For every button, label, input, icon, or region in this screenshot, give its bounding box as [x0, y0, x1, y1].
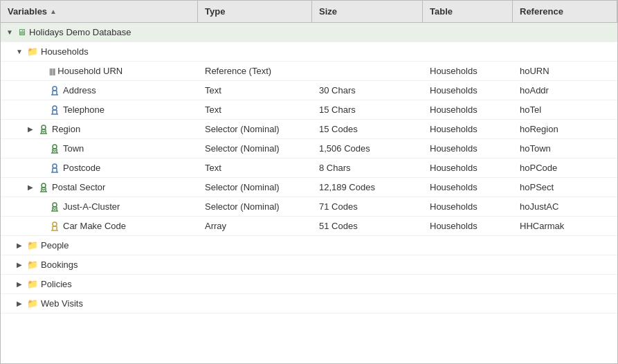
var-toggle[interactable]: ▶ — [26, 183, 35, 192]
var-reference: hoRegion — [513, 121, 617, 137]
group-people-row[interactable]: ▶ 📁 People — [1, 236, 617, 255]
webvisits-label: Web Visits — [41, 298, 83, 309]
var-table: Households — [423, 121, 513, 137]
var-size: 12,189 Codes — [312, 179, 423, 195]
header-table: Table — [423, 1, 513, 22]
var-table: Households — [423, 102, 513, 118]
group-bookings-row[interactable]: ▶ 📁 Bookings — [1, 255, 617, 275]
selector-icon — [38, 124, 49, 135]
svg-point-6 — [53, 106, 57, 110]
group-policies-row[interactable]: ▶ 📁 Policies — [1, 275, 617, 294]
households-toggle[interactable]: ▼ — [15, 47, 24, 57]
db-table — [423, 30, 513, 35]
variable-row[interactable]: ▶ Region Selector (Nominal) 15 Codes Hou… — [1, 120, 617, 139]
group-households[interactable]: ▼ 📁 Households — [1, 44, 198, 60]
header-size: Size — [312, 1, 423, 22]
sort-icon[interactable]: ▲ — [50, 8, 57, 15]
var-label: Town — [63, 143, 84, 154]
group-policies[interactable]: ▶ 📁 Policies — [1, 276, 198, 292]
variable-row[interactable]: Car Make Code Array 51 Codes Households … — [1, 217, 617, 236]
array-icon — [49, 221, 60, 232]
var-name-cell[interactable]: Just-A-Cluster — [1, 199, 198, 215]
variable-row[interactable]: Address Text 30 Chars Households hoAddr — [1, 81, 617, 100]
var-type: Selector (Nominal) — [198, 121, 312, 137]
var-reference: hoTown — [513, 140, 617, 156]
db-reference — [513, 30, 617, 35]
var-name-cell[interactable]: Postcode — [1, 160, 198, 176]
people-toggle[interactable]: ▶ — [15, 241, 24, 251]
var-table: Households — [423, 82, 513, 98]
var-table: Households — [423, 179, 513, 195]
header-reference: Reference — [513, 1, 617, 22]
var-type: Text — [198, 160, 312, 176]
var-name-cell[interactable]: ▶ Region — [1, 121, 198, 138]
group-webvisits-row[interactable]: ▶ 📁 Web Visits — [1, 294, 617, 313]
var-size: 15 Chars — [312, 102, 423, 118]
db-node[interactable]: ▼ 🖥 Holidays Demo Database — [1, 24, 198, 40]
db-label: Holidays Demo Database — [29, 27, 131, 37]
var-toggle[interactable]: ▶ — [26, 125, 35, 134]
svg-point-42 — [53, 222, 57, 226]
var-label: Household URN — [57, 66, 122, 76]
variable-row[interactable]: Telephone Text 15 Chars Households hoTel — [1, 100, 617, 120]
var-size: 8 Chars — [312, 160, 423, 176]
variable-row[interactable]: Postcode Text 8 Chars Households hoPCode — [1, 158, 617, 178]
var-name-cell[interactable]: Telephone — [1, 102, 198, 118]
var-size: 15 Codes — [312, 121, 423, 137]
variable-row[interactable]: Just-A-Cluster Selector (Nominal) 71 Cod… — [1, 197, 617, 217]
policies-toggle[interactable]: ▶ — [15, 280, 24, 289]
var-name-cell[interactable]: Address — [1, 82, 198, 99]
tree-body: ▼ 🖥 Holidays Demo Database ▼ 📁 Household… — [1, 23, 617, 363]
text-icon — [49, 104, 60, 116]
variable-row[interactable]: ▶ Postal Sector Selector (Nominal) 12,18… — [1, 178, 617, 197]
var-reference: hoAddr — [513, 82, 617, 98]
var-name-cell[interactable]: Car Make Code — [1, 218, 198, 235]
folder-icon: 📁 — [27, 260, 38, 270]
folder-icon: 📁 — [27, 240, 38, 251]
var-size: 51 Codes — [312, 218, 423, 234]
households-label: Households — [41, 46, 89, 57]
database-icon: 🖥 — [17, 27, 26, 37]
variable-row[interactable]: Town Selector (Nominal) 1,506 Codes Hous… — [1, 139, 617, 158]
var-label: Postcode — [63, 163, 100, 173]
group-bookings[interactable]: ▶ 📁 Bookings — [1, 257, 198, 273]
var-size — [312, 69, 423, 74]
var-table: Households — [423, 160, 513, 176]
policies-label: Policies — [41, 279, 72, 289]
db-toggle[interactable]: ▼ — [5, 28, 15, 37]
selector-icon — [49, 201, 60, 212]
variable-row[interactable]: |||| Household URN Reference (Text) Hous… — [1, 62, 617, 81]
db-type — [198, 30, 312, 35]
group-webvisits[interactable]: ▶ 📁 Web Visits — [1, 295, 198, 311]
var-table: Households — [423, 63, 513, 79]
var-name-cell[interactable]: Town — [1, 140, 198, 157]
bookings-toggle[interactable]: ▶ — [15, 260, 24, 270]
var-table: Households — [423, 140, 513, 156]
urn-icon: |||| — [49, 67, 55, 75]
db-row[interactable]: ▼ 🖥 Holidays Demo Database — [1, 23, 617, 42]
table-header: Variables ▲ Type Size Table Reference — [1, 1, 617, 23]
variables-label: Variables — [8, 6, 47, 17]
var-type: Selector (Nominal) — [198, 140, 312, 156]
var-label: Address — [63, 85, 96, 95]
group-people[interactable]: ▶ 📁 People — [1, 237, 198, 253]
svg-point-36 — [53, 203, 57, 207]
webvisits-toggle[interactable]: ▶ — [15, 299, 24, 309]
header-variables: Variables ▲ — [1, 1, 198, 22]
text-icon — [49, 163, 60, 174]
svg-point-12 — [42, 125, 46, 129]
var-label: Region — [52, 124, 80, 134]
var-name-cell[interactable]: |||| Household URN — [1, 63, 198, 79]
svg-point-24 — [53, 164, 57, 168]
selector-icon — [49, 143, 60, 154]
var-type: Selector (Nominal) — [198, 199, 312, 215]
var-type: Reference (Text) — [198, 63, 312, 79]
var-type: Selector (Nominal) — [198, 179, 312, 195]
svg-point-18 — [53, 145, 57, 149]
var-size: 1,506 Codes — [312, 140, 423, 156]
var-table: Households — [423, 218, 513, 234]
var-type: Array — [198, 218, 312, 234]
svg-point-30 — [42, 183, 46, 188]
var-name-cell[interactable]: ▶ Postal Sector — [1, 179, 198, 196]
group-households-row[interactable]: ▼ 📁 Households — [1, 42, 617, 62]
